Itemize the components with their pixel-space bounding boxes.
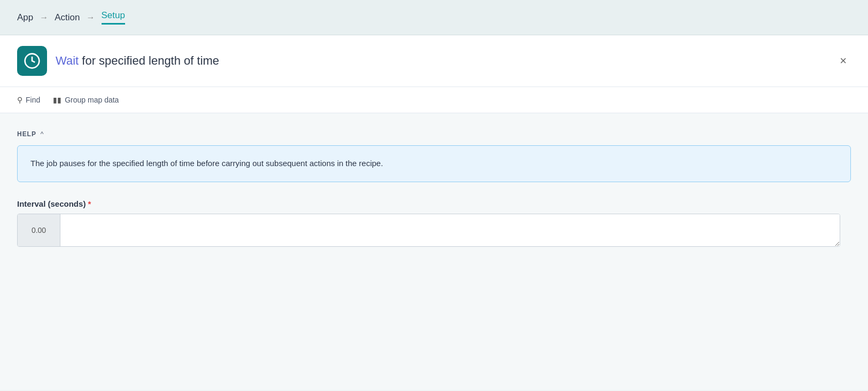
help-description: The job pauses for the specified length … — [30, 158, 838, 170]
group-map-button[interactable]: ▮▮ Group map data — [53, 93, 119, 106]
clock-icon — [24, 52, 41, 69]
find-button[interactable]: ⚲ Find — [17, 93, 40, 106]
header-left: Wait for specified length of time — [17, 46, 219, 76]
help-box: The job pauses for the specified length … — [17, 145, 851, 182]
chevron-up-icon: ^ — [41, 130, 44, 138]
header-title-highlight: Wait — [56, 54, 79, 67]
main-content: HELP ^ The job pauses for the specified … — [0, 113, 868, 390]
breadcrumb-bar: App → Action → Setup — [0, 0, 868, 35]
group-map-label: Group map data — [65, 96, 119, 104]
interval-input[interactable] — [60, 214, 840, 246]
header-title-rest: for specified length of time — [79, 54, 219, 67]
header-section: Wait for specified length of time × — [0, 35, 868, 87]
interval-input-wrapper: 0.00 — [17, 214, 840, 247]
help-label: HELP — [17, 130, 36, 138]
help-toggle[interactable]: HELP ^ — [17, 130, 851, 138]
breadcrumb-app[interactable]: App — [17, 12, 33, 23]
search-icon: ⚲ — [17, 96, 22, 104]
toolbar: ⚲ Find ▮▮ Group map data — [0, 87, 868, 113]
required-star: * — [88, 199, 91, 208]
header-title: Wait for specified length of time — [56, 54, 219, 68]
interval-prefix: 0.00 — [18, 214, 60, 246]
form-section: Interval (seconds) * 0.00 — [17, 199, 851, 247]
group-map-icon: ▮▮ — [53, 96, 61, 104]
action-icon-container — [17, 46, 47, 76]
breadcrumb-arrow-2: → — [87, 13, 95, 22]
close-icon: × — [840, 54, 847, 68]
breadcrumb-setup[interactable]: Setup — [102, 10, 125, 25]
breadcrumb-action[interactable]: Action — [55, 12, 80, 23]
close-button[interactable]: × — [835, 52, 851, 70]
breadcrumb-arrow-1: → — [40, 13, 48, 22]
interval-field-label: Interval (seconds) * — [17, 199, 851, 208]
interval-label-text: Interval (seconds) — [17, 199, 86, 208]
find-label: Find — [26, 96, 40, 104]
help-section: HELP ^ The job pauses for the specified … — [17, 130, 851, 182]
